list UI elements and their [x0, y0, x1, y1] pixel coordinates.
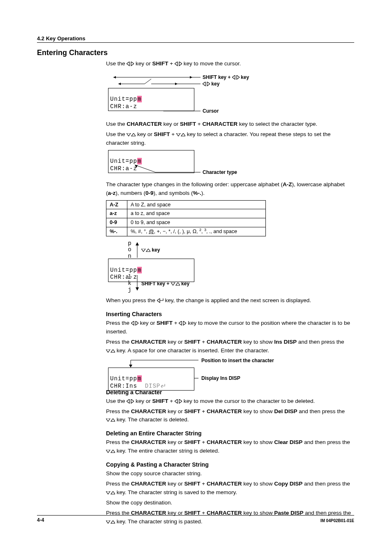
text: Copy DISP [274, 481, 302, 487]
section-header: 4.2 Key Operations [37, 35, 354, 43]
text: CHARACTER [207, 339, 242, 345]
text: CHARACTER [131, 408, 166, 414]
para: Use the key or SHIFT + key to select a c… [106, 130, 353, 148]
cell: A-Z [106, 200, 127, 209]
text: key. The character string is saved to th… [115, 489, 237, 495]
down-up-arrow-icon [171, 282, 180, 286]
para: Show the copy destination. [106, 499, 353, 507]
text: CHARACTER [131, 439, 166, 445]
svg-marker-13 [118, 83, 121, 85]
text: Use the [106, 398, 127, 404]
text: key or [134, 398, 152, 404]
text: SHIFT [154, 131, 170, 137]
text: + [170, 131, 176, 137]
left-right-arrow-icon [127, 399, 134, 404]
intro-para: Use the key or SHIFT + key to move the c… [106, 60, 353, 68]
svg-marker-30 [129, 365, 132, 368]
text: CHARACTER [207, 408, 242, 414]
text: CHARACTER [127, 121, 162, 127]
char-type-table: A-ZA to Z, and space a-za to z, and spac… [106, 200, 266, 237]
text: Press the [106, 320, 131, 326]
text: key to move the cursor to the character … [182, 398, 315, 404]
annotation-chartype: Character type [203, 169, 237, 175]
para: Use the key or SHIFT + key to move the c… [106, 397, 353, 406]
text: CHARACTER [207, 481, 242, 487]
text: 0-9 [145, 190, 154, 196]
annotation-shift: SHIFT key + key [203, 74, 249, 80]
text: key or [166, 408, 184, 414]
text: , [201, 229, 204, 234]
text: , ., and space [206, 229, 237, 234]
left-right-arrow-icon [179, 321, 186, 326]
svg-marker-15 [175, 83, 178, 85]
text: The character type changes in the follow… [106, 181, 283, 187]
text: ). [201, 190, 205, 196]
text: SHIFT [157, 320, 173, 326]
text: When you press the [106, 297, 157, 303]
down-up-arrow-icon [106, 419, 115, 422]
cell: %-. [106, 227, 127, 236]
text: Ins DISP [274, 339, 297, 345]
lcd-line2b: DISP [145, 383, 161, 389]
text: a-z [108, 190, 116, 196]
text: key or [166, 481, 184, 487]
svg-line-16 [145, 79, 151, 84]
text: key [210, 81, 219, 87]
svg-marker-9 [113, 76, 116, 79]
cell: %, #, °, @, +, −, *, /, (, ), μ, Ω, 2, 3… [127, 227, 266, 236]
cell: 0-9 [106, 218, 127, 227]
figure-cursor-movement: Unit=ppm CHR:a-z SHIFT key + key key Cur… [106, 71, 353, 116]
annotation-disp: Display Ins DISP [201, 375, 240, 381]
text: key to move the cursor. [184, 60, 241, 67]
text: key [150, 247, 160, 253]
down-up-arrow-icon [141, 249, 150, 252]
text: and then press the [302, 439, 350, 445]
annotation-position: Position to insert the character [201, 358, 274, 363]
down-up-arrow-icon [106, 349, 115, 353]
svg-marker-27 [136, 287, 139, 291]
lcd-line1a: Unit=pp [110, 375, 137, 382]
text: ), and symbols ( [154, 190, 193, 196]
svg-marker-23 [135, 165, 138, 168]
para: Press the CHARACTER key or SHIFT + CHARA… [106, 438, 353, 456]
para: Press the CHARACTER key or SHIFT + CHARA… [106, 509, 353, 526]
text: SHIFT key + [203, 74, 232, 80]
text: and then press the [297, 339, 344, 345]
lcd-highlight: m [137, 375, 142, 382]
para: Show the copy source character string. [106, 469, 353, 478]
figure-insert: Unit=ppm CHR:Ins DISP Position to insert… [106, 358, 353, 383]
para: When you press the key, the change is ap… [106, 296, 353, 305]
text: Use the [106, 131, 127, 137]
text: key to show [242, 339, 274, 345]
cell: a to z, and space [127, 209, 266, 218]
left-right-arrow-icon [127, 62, 134, 66]
text: key. The entire character string is dele… [115, 448, 219, 454]
text: SHIFT [184, 408, 201, 414]
text: SHIFT [152, 60, 168, 67]
cell: A to Z, and space [127, 200, 266, 209]
svg-line-21 [135, 165, 155, 172]
para: Press the CHARACTER key or SHIFT + CHARA… [106, 338, 353, 355]
text: Use the [106, 121, 127, 127]
text: key or [162, 121, 180, 127]
lcd-line2a: CHR:Ins [110, 383, 145, 389]
footer-rule [37, 515, 354, 516]
text: + [201, 481, 207, 487]
para: The character type changes in the follow… [106, 180, 353, 198]
lcd-line2: CHR:a-z [110, 103, 137, 110]
text: Press the [106, 339, 131, 345]
text: Del DISP [274, 408, 297, 414]
text: CHARACTER [131, 481, 166, 487]
page-title: Entering Characters [37, 49, 354, 57]
text: + [201, 439, 207, 445]
text: CHARACTER [207, 439, 242, 445]
down-up-arrow-icon [106, 520, 115, 524]
text: key. The character string is pasted. [115, 518, 203, 525]
doc-id: IM 04P02B01-01E [321, 518, 354, 523]
left-right-arrow-icon [131, 321, 138, 326]
text: key to show [242, 408, 274, 414]
text: + [196, 121, 202, 127]
para: Press the CHARACTER key or SHIFT + CHARA… [106, 480, 353, 497]
text: A-Z [283, 181, 292, 187]
left-enter-icon [157, 298, 164, 303]
